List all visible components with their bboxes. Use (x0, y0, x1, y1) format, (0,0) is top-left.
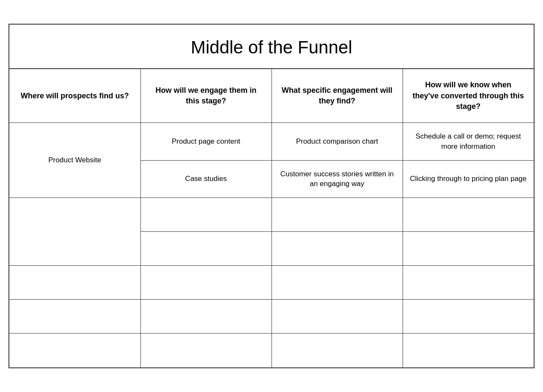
header-row: Where will prospects find us? How will w… (9, 69, 534, 122)
row-4-sub0-col4 (403, 334, 534, 367)
row-0-sub0-col3: Product comparison chart (272, 122, 403, 160)
row-1-col1 (9, 198, 140, 266)
row-1-sub0-col2 (140, 198, 272, 232)
row-2-col1 (9, 266, 140, 300)
page-title: Middle of the Funnel (18, 37, 525, 58)
row-2-sub0-col3 (272, 266, 403, 300)
row-0-sub0-col4: Schedule a call or demo; request more in… (403, 122, 534, 160)
row-1-sub1-col2 (140, 232, 272, 266)
row-1-sub0-col4 (403, 198, 534, 232)
row-0-col1: Product Website (9, 122, 140, 197)
header-col2: How will we engage them in this stage? (140, 69, 272, 122)
table-body: Product WebsiteProduct page contentProdu… (9, 122, 534, 367)
title-section: Middle of the Funnel (9, 25, 534, 69)
table-wrapper: Where will prospects find us? How will w… (9, 69, 534, 367)
main-table: Where will prospects find us? How will w… (9, 69, 534, 367)
row-3-sub0-col3 (272, 300, 403, 334)
table-row (9, 334, 534, 367)
row-0-sub0-col2: Product page content (140, 122, 272, 160)
row-4-sub0-col3 (272, 334, 403, 367)
row-1-sub1-col3 (272, 232, 403, 266)
table-row (9, 266, 534, 300)
row-3-sub0-col2 (140, 300, 272, 334)
table-row: Product WebsiteProduct page contentProdu… (9, 122, 534, 160)
page-container: Middle of the Funnel Where will prospect… (8, 24, 535, 368)
row-2-sub0-col4 (403, 266, 534, 300)
row-4-sub0-col2 (140, 334, 272, 367)
row-1-sub1-col4 (403, 232, 534, 266)
row-3-col1 (9, 300, 140, 334)
header-col3: What specific engagement will they find? (272, 69, 403, 122)
row-4-col1 (9, 334, 140, 367)
row-3-sub0-col4 (403, 300, 534, 334)
table-row (9, 198, 534, 232)
header-col1: Where will prospects find us? (9, 69, 140, 122)
row-1-sub0-col3 (272, 198, 403, 232)
header-col4: How will we know when they've converted … (403, 69, 534, 122)
row-0-sub1-col4: Clicking through to pricing plan page (403, 160, 534, 198)
table-row (9, 300, 534, 334)
row-0-sub1-col3: Customer success stories written in an e… (272, 160, 403, 198)
row-2-sub0-col2 (140, 266, 272, 300)
row-0-sub1-col2: Case studies (140, 160, 272, 198)
